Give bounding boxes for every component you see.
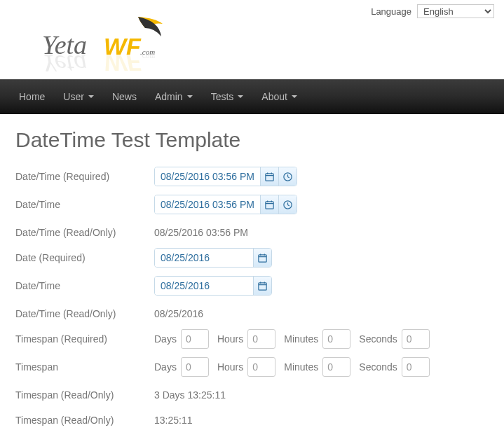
nav-home[interactable]: Home (10, 81, 54, 113)
svg-rect-17 (259, 254, 266, 261)
ts-required-days-label: Days (154, 333, 177, 345)
ts-days-input[interactable] (181, 357, 209, 377)
value-timespan-readonly2: 13:25:11 (154, 415, 489, 426)
nav-tests[interactable]: Tests (202, 81, 253, 113)
svg-line-9 (288, 176, 290, 177)
row-date-readonly: Date/Time (Read/Only) 08/25/2016 (15, 302, 489, 326)
svg-rect-10 (266, 201, 273, 208)
nav-admin[interactable]: Admin (146, 81, 202, 113)
chevron-down-icon (88, 95, 94, 98)
label-datetime: Date/Time (15, 199, 154, 210)
row-timespan: Timespan Days Hours Minutes Seconds (15, 355, 489, 379)
label-timespan-readonly1: Timespan (Read/Only) (15, 389, 154, 401)
datetime-required-picker (154, 167, 297, 186)
date-required-picker (154, 248, 272, 268)
clock-icon[interactable] (278, 195, 297, 214)
svg-text:.com: .com (140, 53, 155, 62)
row-datetime-readonly: Date/Time (Read/Only) 08/25/2016 03:56 P… (15, 221, 489, 244)
ts-days-label: Days (154, 361, 177, 373)
ts-hours-input[interactable] (247, 357, 275, 377)
svg-text:Yeta: Yeta (42, 50, 87, 71)
ts-required-seconds-label: Seconds (359, 333, 397, 345)
calendar-icon[interactable] (260, 167, 278, 186)
row-timespan-readonly2: Timespan (Read/Only) 13:25:11 (15, 408, 489, 430)
ts-required-hours-label: Hours (217, 333, 243, 345)
datetime-picker (154, 195, 297, 214)
datetime-input[interactable] (155, 195, 260, 214)
ts-required-days-input[interactable] (181, 329, 209, 349)
navbar: Home User News Admin Tests About (0, 79, 504, 114)
ts-minutes-input[interactable] (322, 357, 350, 377)
value-datetime-readonly: 08/25/2016 03:56 PM (154, 227, 489, 238)
label-date-required: Date (Required) (15, 252, 154, 263)
nav-user[interactable]: User (54, 81, 103, 113)
ts-minutes-label: Minutes (284, 361, 318, 373)
date-picker (154, 276, 272, 296)
ts-seconds-label: Seconds (359, 361, 397, 373)
row-date: Date/Time (15, 274, 489, 298)
svg-rect-21 (259, 282, 266, 289)
label-date: Date/Time (15, 280, 154, 291)
row-datetime: Date/Time (15, 193, 489, 216)
ts-seconds-input[interactable] (402, 357, 430, 377)
svg-line-16 (288, 204, 290, 205)
nav-news[interactable]: News (103, 81, 146, 113)
logo[interactable]: Yeta WF .com Yeta WF .com (15, 15, 163, 71)
svg-text:WF: WF (104, 50, 142, 71)
language-select[interactable]: English (417, 4, 494, 18)
ts-required-minutes-label: Minutes (284, 333, 318, 345)
row-date-required: Date (Required) (15, 246, 489, 270)
chevron-down-icon (187, 95, 193, 98)
label-datetime-required: Date/Time (Required) (15, 171, 154, 182)
label-timespan: Timespan (15, 361, 154, 373)
page-title: DateTime Test Template (15, 128, 489, 152)
value-timespan-readonly1: 3 Days 13:25:11 (154, 389, 489, 401)
ts-hours-label: Hours (217, 361, 243, 373)
calendar-icon[interactable] (260, 195, 278, 214)
clock-icon[interactable] (278, 167, 297, 186)
label-timespan-readonly2: Timespan (Read/Only) (15, 415, 154, 426)
date-required-input[interactable] (155, 249, 253, 267)
content: DateTime Test Template Date/Time (Requir… (0, 114, 504, 430)
label-datetime-readonly: Date/Time (Read/Only) (15, 227, 154, 238)
row-datetime-required: Date/Time (Required) (15, 165, 489, 188)
calendar-icon[interactable] (253, 249, 271, 267)
calendar-icon[interactable] (253, 277, 271, 295)
ts-required-seconds-input[interactable] (402, 329, 430, 349)
value-date-readonly: 08/25/2016 (154, 308, 489, 319)
chevron-down-icon (292, 95, 297, 98)
svg-rect-3 (266, 173, 273, 180)
logo-area: Yeta WF .com Yeta WF .com (0, 15, 504, 79)
ts-required-minutes-input[interactable] (322, 329, 350, 349)
row-timespan-required: Timespan (Required) Days Hours Minutes S… (15, 327, 489, 351)
datetime-required-input[interactable] (155, 167, 260, 186)
date-input[interactable] (155, 277, 253, 295)
label-timespan-required: Timespan (Required) (15, 333, 154, 345)
language-label: Language (371, 6, 411, 17)
chevron-down-icon (238, 95, 243, 98)
nav-about[interactable]: About (252, 81, 306, 113)
label-date-readonly: Date/Time (Read/Only) (15, 308, 154, 319)
row-timespan-readonly1: Timespan (Read/Only) 3 Days 13:25:11 (15, 383, 489, 407)
ts-required-hours-input[interactable] (247, 329, 275, 349)
